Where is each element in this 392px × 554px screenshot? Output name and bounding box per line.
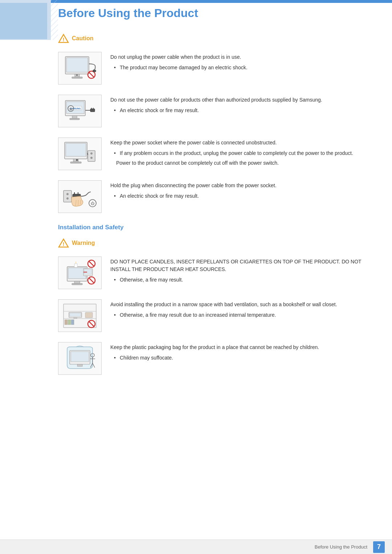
svg-point-29: [90, 152, 93, 155]
bullet-item: Otherwise, a fire may result.: [114, 276, 370, 284]
caution-item-2: SAMSUNG ⏻ Do not use the power cable for…: [58, 95, 370, 127]
caution-image-1: [58, 52, 102, 85]
page-title: Before Using the Product: [58, 7, 377, 20]
caution-main-text-4: Hold the plug when disconnecting the pow…: [110, 182, 370, 189]
svg-point-30: [90, 157, 93, 159]
caution-main-text-1: Do not unplug the power cable when the p…: [110, 53, 370, 61]
warning-text-2: Avoid installing the product in a narrow…: [110, 299, 370, 321]
caution-bullets-3: If any problem occurs in the product, un…: [110, 149, 370, 157]
caution-main-text-3: Keep the power socket where the power ca…: [110, 139, 370, 147]
caution-image-2: SAMSUNG ⏻: [58, 95, 102, 127]
warning-bullets-1: Otherwise, a fire may result.: [110, 276, 370, 284]
svg-rect-16: [72, 116, 77, 118]
bullet-item: Otherwise, a fire may result due to an i…: [114, 311, 370, 319]
svg-rect-24: [66, 143, 86, 156]
warning-image-1: [58, 257, 102, 289]
svg-rect-17: [70, 118, 79, 120]
top-stripe: [0, 0, 392, 3]
svg-rect-5: [66, 58, 88, 72]
caution-main-text-2: Do not use the power cable for products …: [110, 96, 370, 104]
warning-item-2: Avoid installing the product in a narrow…: [58, 299, 370, 332]
warning-section-header: ! Warning: [58, 238, 370, 248]
svg-text:⏻: ⏻: [69, 107, 73, 111]
svg-rect-67: [71, 320, 74, 325]
caution-text-4: Hold the plug when disconnecting the pow…: [110, 180, 370, 202]
svg-point-32: [66, 193, 69, 195]
svg-line-10: [89, 72, 94, 77]
svg-rect-48: [74, 264, 77, 267]
caution-section-header: ! Caution: [58, 34, 370, 43]
svg-rect-26: [70, 162, 81, 163]
bullet-item: An electric shock or fire may result.: [114, 107, 370, 114]
caution-item-4: ⏻ Hold the plug when disconnecting the p…: [58, 180, 370, 213]
caution-bullets-4: An electric shock or fire may result.: [110, 192, 370, 200]
warning-main-text-3: Keep the plastic packaging bag for the p…: [110, 344, 370, 351]
svg-point-8: [76, 74, 78, 76]
warning-main-text-2: Avoid installing the product in a narrow…: [110, 301, 370, 308]
svg-text:!: !: [63, 37, 65, 42]
page-number: 7: [373, 541, 385, 553]
warning-triangle-icon: !: [58, 238, 69, 248]
svg-rect-31: [64, 190, 72, 202]
bullet-item: An electric shock or fire may result.: [114, 192, 370, 200]
page-footer: Before Using the Product 7: [0, 539, 392, 554]
warning-bullets-2: Otherwise, a fire may result due to an i…: [110, 311, 370, 319]
caution-bullets-1: The product may become damaged by an ele…: [110, 64, 370, 71]
warning-item-1: DO NOT PLACE CANDLES, INSECT REPELLANTS …: [58, 257, 370, 289]
caution-image-4: ⏻: [58, 180, 102, 213]
warning-item-3: Keep the plastic packaging bag for the p…: [58, 342, 370, 375]
warning-label: Warning: [72, 240, 95, 246]
caution-image-3: [58, 138, 102, 170]
installation-divider: Installation and Safety: [58, 224, 370, 231]
installation-safety-title: Installation and Safety: [58, 224, 370, 231]
svg-line-75: [93, 363, 95, 368]
caution-label: Caution: [72, 35, 94, 42]
warning-text-3: Keep the plastic packaging bag for the p…: [110, 342, 370, 364]
bullet-item: The product may become damaged by an ele…: [114, 64, 370, 71]
caution-item-1: Do not unplug the power cable when the p…: [58, 52, 370, 85]
warning-image-2: [58, 299, 102, 332]
main-content: ! Caution Do not unp: [51, 26, 392, 407]
caution-bullets-2: An electric shock or fire may result.: [110, 107, 370, 114]
svg-point-33: [66, 197, 69, 200]
warning-image-3: [58, 342, 102, 375]
svg-rect-28: [88, 151, 95, 161]
svg-text:⏻: ⏻: [91, 201, 94, 205]
svg-rect-62: [85, 312, 93, 318]
svg-point-27: [76, 159, 78, 161]
svg-rect-70: [77, 364, 82, 366]
svg-text:!: !: [63, 241, 65, 247]
svg-rect-20: [90, 109, 95, 112]
svg-line-55: [89, 278, 94, 283]
svg-rect-69: [71, 352, 89, 362]
svg-rect-46: [74, 281, 80, 283]
svg-rect-60: [70, 313, 81, 316]
svg-rect-7: [72, 77, 82, 78]
caution-item-3: Keep the power socket where the power ca…: [58, 138, 370, 170]
page-header: Before Using the Product: [51, 0, 392, 26]
svg-rect-65: [65, 320, 68, 325]
warning-main-text-1: DO NOT PLACE CANDLES, INSECT REPELLANTS …: [110, 258, 370, 273]
left-decorative-block: [0, 0, 51, 40]
footer-text: Before Using the Product: [315, 544, 367, 550]
bullet-item: If any problem occurs in the product, un…: [114, 149, 370, 157]
caution-sub-text-3: Power to the product cannot be completel…: [110, 159, 370, 167]
caution-triangle-icon: !: [58, 34, 69, 43]
svg-rect-66: [68, 320, 71, 325]
svg-rect-11: [93, 70, 96, 72]
caution-text-2: Do not use the power cable for products …: [110, 95, 370, 116]
svg-rect-47: [72, 283, 82, 285]
caution-text-3: Keep the power socket where the power ca…: [110, 138, 370, 167]
svg-rect-61: [74, 317, 77, 319]
bullet-item: Children may suffocate.: [114, 354, 370, 362]
warning-text-1: DO NOT PLACE CANDLES, INSECT REPELLANTS …: [110, 257, 370, 286]
svg-line-50: [89, 261, 94, 266]
warning-bullets-3: Children may suffocate.: [110, 354, 370, 362]
caution-text-1: Do not unplug the power cable when the p…: [110, 52, 370, 74]
